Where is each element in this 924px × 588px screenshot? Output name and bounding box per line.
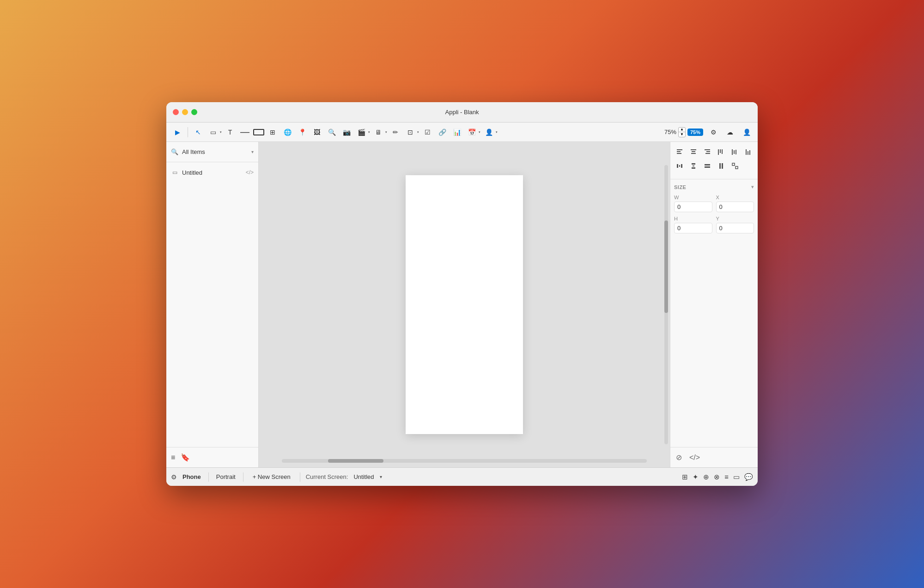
table-tool[interactable]: ⊞ [266,126,279,139]
svg-rect-28 [732,163,735,165]
component-icon[interactable]: ✦ [693,473,699,481]
size-collapse-icon[interactable]: ▾ [751,184,754,190]
align-row-1 [674,147,754,158]
screen-tool[interactable]: 🖥 [372,126,385,139]
svg-rect-29 [736,166,738,169]
width-field: W 0 [674,195,712,212]
logic-icon[interactable]: ⊗ [714,473,720,481]
component-tool-group: ⊡ ▾ [404,126,419,139]
web-tool[interactable]: 🌐 [281,126,294,139]
zoom-badge[interactable]: 75% [687,129,703,136]
sidebar-item-untitled[interactable]: ▭ Untitled </> [166,165,258,180]
screen-dropdown[interactable]: ▾ [385,130,387,134]
width-label: W [674,195,712,200]
account-icon[interactable]: 👤 [740,126,753,139]
cursor-tool[interactable]: ↖ [192,126,205,139]
screens-icon[interactable]: ⊞ [682,473,688,481]
close-button[interactable] [173,109,179,115]
sidebar-search-icon: 🔍 [171,148,178,155]
right-panel-footer-icon-1[interactable]: ⊘ [676,453,682,462]
height-value[interactable]: 0 [674,223,712,233]
sidebar-search-text[interactable]: All Items [182,148,248,155]
chart-tool[interactable]: 📊 [450,126,463,139]
calendar-tool[interactable]: 📅 [465,126,478,139]
main-window: Appli - Blank ▶ ↖ ▭ ▾ T — ⊞ 🌐 📍 🖼 🔍 📷 🎬 … [166,102,758,486]
distribute-h[interactable] [674,160,685,172]
right-panel: SIZE ▾ W 0 X 0 H 0 [670,142,758,467]
oval-tool[interactable] [253,129,264,135]
horizontal-scrollbar-thumb[interactable] [328,459,383,463]
sidebar-dropdown-icon[interactable]: ▾ [251,149,254,154]
zoom-up[interactable]: ▲ [679,128,685,133]
svg-rect-4 [692,151,695,152]
list-icon[interactable]: ≡ [724,473,729,481]
preview-icon[interactable]: ▭ [733,473,740,481]
minimize-button[interactable] [182,109,188,115]
make-same-width[interactable] [702,160,713,172]
checkbox-tool[interactable]: ☑ [421,126,434,139]
align-bottom[interactable] [743,147,754,158]
svg-rect-1 [677,151,681,152]
align-top[interactable] [715,147,726,158]
zoom-down[interactable]: ▼ [679,132,685,137]
screen-dropdown-icon[interactable]: ▾ [380,474,382,479]
canvas-area[interactable] [259,142,670,467]
data-icon[interactable]: ⊕ [703,473,709,481]
x-value[interactable]: 0 [716,202,754,212]
list-view-icon[interactable]: ≡ [171,453,175,462]
y-value[interactable]: 0 [716,223,754,233]
line-tool[interactable]: — [238,126,251,139]
settings-icon[interactable]: ⚙ [707,126,720,139]
link-tool[interactable]: 🔗 [436,126,449,139]
align-middle-v[interactable] [729,147,740,158]
device-settings-icon[interactable]: ⚙ [171,473,177,481]
align-center-h[interactable] [688,147,699,158]
svg-rect-26 [719,163,721,169]
maximize-button[interactable] [191,109,197,115]
component-dropdown[interactable]: ▾ [417,130,419,134]
horizontal-scrollbar[interactable] [282,459,647,463]
bottom-sep-3 [300,472,300,482]
svg-rect-9 [718,149,719,155]
new-screen-button[interactable]: + New Screen [249,472,294,482]
cloud-icon[interactable]: ☁ [723,126,736,139]
zoom-stepper[interactable]: ▲ ▼ [678,127,686,137]
location-tool[interactable]: 📍 [296,126,309,139]
width-value[interactable]: 0 [674,202,712,212]
distribute-v[interactable] [688,160,699,172]
vertical-scrollbar[interactable] [664,165,668,444]
right-panel-footer-icon-2[interactable]: </> [689,453,700,462]
bookmark-icon[interactable]: 🔖 [181,453,190,462]
text-tool[interactable]: T [224,126,237,139]
media-dropdown[interactable]: ▾ [368,130,370,134]
rectangle-tool[interactable]: ▭ [207,126,219,139]
svg-rect-21 [692,163,695,165]
media-tool[interactable]: 🎬 [355,126,368,139]
make-same-height[interactable] [716,160,727,172]
person-tool[interactable]: 👤 [482,126,495,139]
make-same-size[interactable] [729,160,741,172]
x-field: X 0 [716,195,754,212]
toolbar: ▶ ↖ ▭ ▾ T — ⊞ 🌐 📍 🖼 🔍 📷 🎬 ▾ 🖥 ▾ ✏ ⊡ ▾ ☑ … [166,122,758,142]
svg-rect-6 [705,149,710,150]
person-dropdown[interactable]: ▾ [496,130,498,134]
image-tool[interactable]: 🖼 [310,126,323,139]
pencil-tool[interactable]: ✏ [389,126,402,139]
toolbar-right: 75% ▲ ▼ 75% ⚙ ☁ 👤 [664,126,753,139]
align-right-h[interactable] [702,147,713,158]
vertical-scrollbar-thumb[interactable] [664,220,668,313]
toolbar-sep-1 [188,127,188,137]
size-header: SIZE ▾ [674,184,754,190]
calendar-dropdown[interactable]: ▾ [479,130,480,134]
svg-rect-15 [746,149,747,155]
play-button[interactable]: ▶ [171,126,184,139]
rectangle-dropdown[interactable]: ▾ [220,130,222,134]
align-left-top[interactable] [674,147,685,158]
component-tool[interactable]: ⊡ [404,126,417,139]
camera-tool[interactable]: 📷 [340,126,353,139]
svg-rect-7 [706,151,710,152]
comment-icon[interactable]: 💬 [744,473,753,481]
svg-rect-8 [705,153,710,154]
svg-rect-16 [748,151,748,155]
search-tool[interactable]: 🔍 [325,126,338,139]
